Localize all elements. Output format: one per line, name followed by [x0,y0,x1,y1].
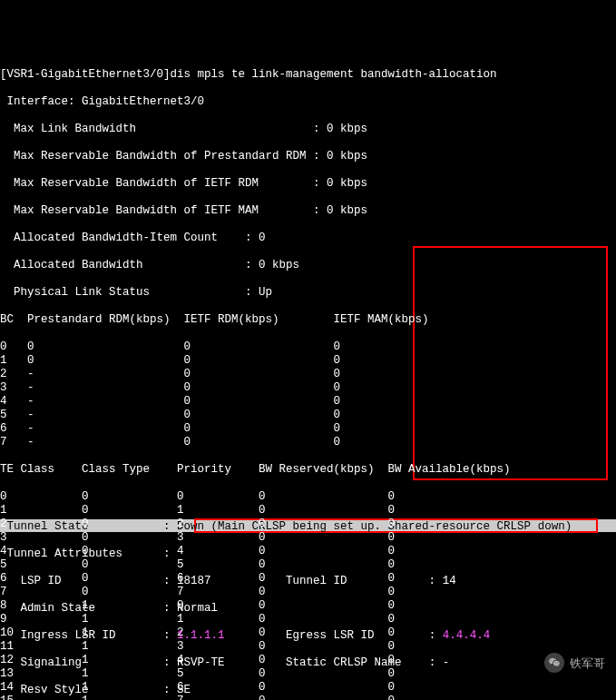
te-row: 1 0 1 0 0 [0,504,616,518]
bc-row: 7 - 0 0 [0,436,616,449]
resv-style: Resv Style : SE [0,684,517,697]
max-resv-ietf-rdm: Max Reservable Bandwidth of IETF RDM : 0… [0,177,616,191]
phys-link-status: Physical Link Status : Up [0,286,616,300]
signaling: Signaling : RSVP-TE Static CRLSP Name : … [0,656,517,670]
alloc-bw-item-count: Allocated Bandwidth-Item Count : 0 [0,232,616,245]
te-row: 0 0 0 0 0 [0,490,616,504]
watermark: 铁军哥 [544,653,605,673]
bc-row: 1 0 0 0 [0,354,616,368]
max-link-bw: Max Link Bandwidth : 0 kbps [0,123,616,136]
lsp-id-line: LSP ID : 18187 Tunnel ID : 14 [0,575,517,588]
bc-row: 6 - 0 0 [0,422,616,436]
bc-row: 2 - 0 0 [0,368,616,381]
wechat-icon [544,653,564,673]
interface-line: Interface: GigabitEthernet3/0 [0,95,616,109]
ingress-lsr: Ingress LSR ID : 1.1.1.1 Egress LSR ID :… [0,629,517,643]
max-resv-ietf-mam: Max Reservable Bandwidth of IETF MAM : 0… [0,204,616,218]
watermark-text: 铁军哥 [570,656,605,670]
bc-row: 3 - 0 0 [0,381,616,395]
max-resv-prestd: Max Reservable Bandwidth of Prestandard … [0,150,616,163]
te-header: TE Class Class Type Priority BW Reserved… [0,463,616,477]
bc-row: 4 - 0 0 [0,395,616,409]
prompt-line: [VSR1-GigabitEthernet3/0]dis mpls te lin… [0,68,616,82]
alloc-bw: Allocated Bandwidth : 0 kbps [0,259,616,272]
te-row: 2 0 2 0 0 [0,518,616,531]
bc-header: BC Prestandard RDM(kbps) IETF RDM(kbps) … [0,313,616,327]
admin-state: Admin State : Normal [0,602,517,616]
tunnel-attributes-section: Tunnel Attributes : LSP ID : 18187 Tunne… [0,534,517,700]
tunnel-attributes: Tunnel Attributes : [0,547,517,561]
bc-row: 0 0 0 0 [0,340,616,354]
bc-row: 5 - 0 0 [0,409,616,422]
